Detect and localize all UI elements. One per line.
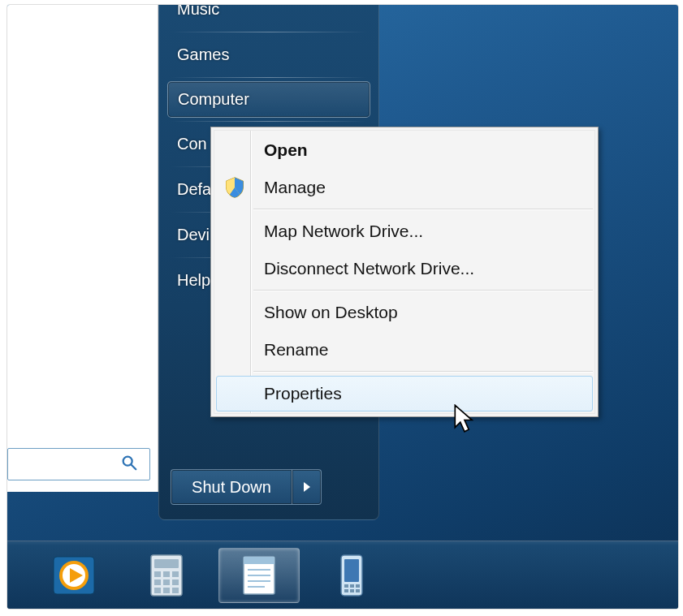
svg-rect-12: [172, 579, 179, 585]
start-item-computer[interactable]: Computer: [167, 81, 370, 118]
context-item-open[interactable]: Open: [216, 132, 593, 168]
shut-down-options-button[interactable]: [292, 469, 322, 505]
start-item-games[interactable]: Games: [159, 34, 378, 75]
svg-rect-23: [344, 559, 359, 582]
context-separator: [253, 371, 593, 373]
context-item-label: Properties: [264, 384, 342, 403]
start-menu-left-panel: [7, 4, 158, 492]
context-item-map-network-drive[interactable]: Map Network Drive...: [216, 213, 593, 249]
svg-line-1: [132, 465, 136, 470]
context-item-label: Manage: [264, 178, 326, 197]
uac-shield-icon: [223, 176, 246, 199]
start-item-music[interactable]: Music: [159, 4, 378, 30]
svg-rect-25: [350, 584, 354, 588]
taskbar-item-calculator[interactable]: [126, 548, 207, 603]
divider: [171, 32, 367, 32]
context-item-label: Disconnect Network Drive...: [264, 259, 474, 278]
media-player-icon: [50, 552, 97, 599]
svg-rect-10: [154, 579, 161, 585]
svg-rect-7: [154, 571, 161, 577]
context-item-label: Map Network Drive...: [264, 222, 423, 241]
divider: [171, 121, 367, 122]
taskbar-item-media-player[interactable]: [33, 548, 115, 603]
computer-context-menu: Open Manage Map Network D: [210, 127, 599, 417]
taskbar-item-notepad[interactable]: [218, 548, 300, 603]
svg-rect-28: [350, 589, 354, 592]
context-item-manage[interactable]: Manage: [216, 170, 593, 205]
svg-rect-8: [163, 571, 170, 577]
context-separator: [253, 209, 593, 210]
calculator-icon: [143, 552, 190, 599]
svg-rect-11: [163, 579, 170, 585]
svg-rect-14: [163, 588, 170, 593]
arrow-right-icon: [304, 482, 310, 492]
svg-rect-9: [172, 571, 179, 577]
svg-rect-29: [356, 589, 360, 592]
context-item-properties[interactable]: Properties: [216, 376, 593, 411]
context-item-rename[interactable]: Rename: [216, 332, 593, 368]
shut-down-button[interactable]: Shut Down: [171, 469, 292, 505]
search-icon: [120, 454, 138, 475]
context-item-label: Open: [264, 140, 308, 160]
mobile-device-icon: [328, 552, 375, 599]
context-item-disconnect-network-drive[interactable]: Disconnect Network Drive...: [216, 251, 593, 286]
context-item-show-on-desktop[interactable]: Show on Desktop: [216, 295, 593, 330]
context-item-label: Rename: [264, 340, 328, 360]
context-separator: [253, 290, 593, 291]
context-item-label: Show on Desktop: [264, 303, 398, 322]
notepad-icon: [236, 552, 283, 599]
svg-rect-17: [244, 557, 274, 564]
svg-rect-13: [154, 588, 161, 593]
svg-rect-26: [356, 584, 360, 588]
svg-rect-24: [344, 584, 348, 588]
taskbar: [7, 541, 678, 609]
svg-rect-6: [154, 559, 179, 568]
start-menu-search-input[interactable]: [7, 448, 150, 480]
taskbar-item-mobile-pc-settings[interactable]: [311, 548, 392, 603]
svg-rect-15: [172, 588, 179, 593]
svg-rect-27: [344, 589, 348, 592]
divider: [171, 77, 367, 78]
